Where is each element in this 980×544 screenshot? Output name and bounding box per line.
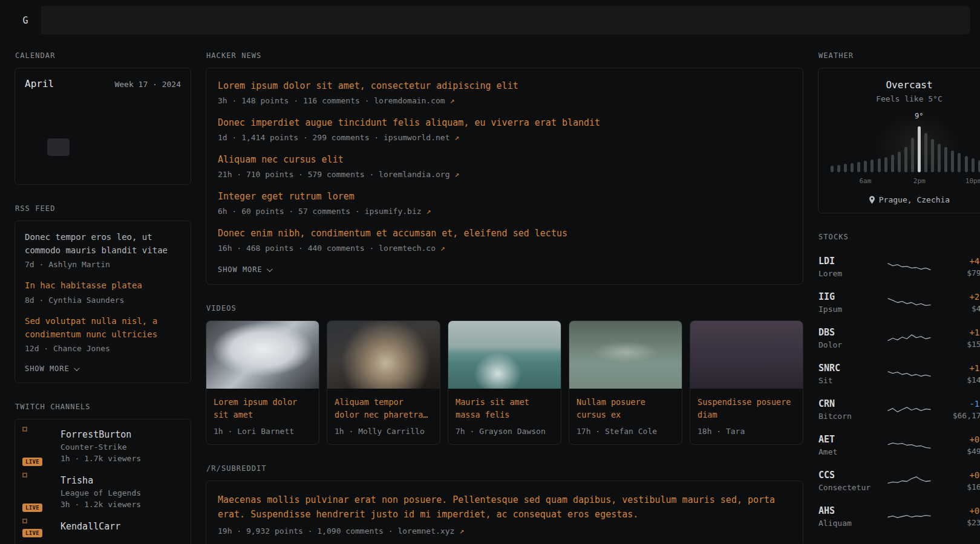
- live-badge: LIVE: [22, 529, 42, 537]
- stock-price: $148.64: [940, 375, 980, 384]
- hackernews-item-title[interactable]: Integer eget rutrum lorem: [218, 190, 791, 203]
- video-thumbnail[interactable]: [690, 321, 803, 389]
- video-title[interactable]: Nullam posuere cursus ex: [577, 396, 675, 421]
- weather-current-temp: 9°: [915, 112, 923, 120]
- video-meta: 1h · Molly Carrillo: [335, 427, 433, 436]
- stock-values: +1.42% $156.28: [940, 328, 980, 349]
- video-title[interactable]: Suspendisse posuere diam: [697, 396, 795, 421]
- hackernews-item: Aliquam nec cursus elit 21h · 710 points…: [218, 154, 791, 179]
- twitch-channel-name[interactable]: KendallCarr: [60, 521, 120, 532]
- weather-card: Overcast Feels like 5°C 9° 6am2pm10pm Pr…: [818, 68, 980, 213]
- hackernews-item-meta-text: 1d · 1,414 points · 299 comments · ipsum…: [218, 133, 454, 142]
- app-logo[interactable]: G: [10, 6, 41, 34]
- weather-bar: [918, 126, 921, 172]
- weather-bar: [972, 158, 975, 172]
- rss-item-title[interactable]: Donec tempor eros leo, ut commodo mauris…: [25, 231, 181, 257]
- stock-symbol: SNRC: [818, 363, 878, 374]
- rss-show-more-label: SHOW MORE: [25, 364, 70, 373]
- video-card[interactable]: Mauris sit amet massa felis 7h · Grayson…: [448, 320, 561, 445]
- stock-symbol: CRN: [818, 398, 878, 409]
- stock-symbol: LDI: [818, 256, 878, 267]
- video-thumbnail[interactable]: [569, 321, 682, 389]
- stock-name: Amet: [818, 447, 878, 456]
- video-thumbnail[interactable]: [448, 321, 561, 389]
- weather-bar: [904, 147, 907, 172]
- stock-row[interactable]: CRN Bitcorn -1.00% $66,171.48: [818, 392, 980, 427]
- stock-price: $231.10: [940, 518, 980, 527]
- hackernews-widget: HACKER NEWS Lorem ipsum dolor sit amet, …: [206, 51, 803, 285]
- external-link-icon[interactable]: ↗: [440, 244, 445, 253]
- stock-sparkline: [886, 331, 933, 346]
- calendar-month: April: [25, 78, 54, 89]
- stock-row[interactable]: IIG Ipsum +2.84% $42.04: [818, 285, 980, 320]
- hackernews-section-title: HACKER NEWS: [206, 51, 803, 60]
- stocks-widget: STOCKS LDI Lorem +4.35% $795.18: [818, 233, 980, 534]
- rss-widget: RSS FEED Donec tempor eros leo, ut commo…: [15, 204, 191, 383]
- external-link-icon[interactable]: ↗: [454, 133, 459, 142]
- weather-bar: [844, 164, 847, 172]
- calendar-day: [25, 120, 47, 137]
- stock-row[interactable]: DBS Dolor +1.42% $156.28: [818, 320, 980, 356]
- rss-item-title[interactable]: In hac habitasse platea: [25, 279, 181, 293]
- video-card[interactable]: Lorem ipsum dolor sit amet consectetu… 1…: [206, 320, 319, 445]
- weather-bar: [837, 165, 840, 172]
- weather-bar: [951, 151, 954, 172]
- subreddit-post-title[interactable]: Maecenas mollis pulvinar erat non posuer…: [218, 493, 791, 522]
- stock-price: $795.18: [940, 268, 980, 277]
- hackernews-item-meta: 3h · 148 points · 116 comments · loremdo…: [218, 96, 791, 105]
- weather-time-label: 6am: [859, 177, 871, 185]
- rss-item-title[interactable]: Sed volutpat nulla nisl, a condimentum n…: [25, 315, 181, 341]
- external-link-icon[interactable]: ↗: [450, 96, 455, 105]
- weather-time-labels: 6am2pm10pm: [828, 177, 980, 187]
- rss-item: Donec tempor eros leo, ut commodo mauris…: [25, 231, 181, 269]
- calendar-day: [92, 157, 114, 175]
- twitch-channel-row[interactable]: LIVE ForrestBurton Counter-Strike 1h · 1…: [25, 429, 181, 463]
- video-title[interactable]: Lorem ipsum dolor sit amet consectetu…: [214, 396, 312, 421]
- rss-show-more-button[interactable]: SHOW MORE: [25, 364, 78, 373]
- video-card[interactable]: Suspendisse posuere diam 18h · Tara: [690, 320, 803, 445]
- calendar-week-year: Week 17 · 2024: [114, 80, 181, 89]
- hackernews-item-meta: 6h · 60 points · 57 comments · ipsumify.…: [218, 207, 791, 216]
- twitch-channel-name[interactable]: Trisha: [60, 475, 141, 486]
- video-title[interactable]: Mauris sit amet massa felis: [456, 396, 554, 421]
- videos-section-title: VIDEOS: [206, 304, 803, 312]
- stock-values: +0.51% $165.84: [940, 470, 980, 491]
- stock-row[interactable]: AHS Aliquam +0.46% $231.10: [818, 499, 980, 534]
- subreddit-section-title: /R/SUBREDDIT: [206, 464, 803, 473]
- external-link-icon[interactable]: ↗: [426, 207, 431, 216]
- stock-row[interactable]: AET Amet +0.92% $499.72: [818, 427, 980, 463]
- calendar-section-title: CALENDAR: [15, 51, 191, 60]
- twitch-channel-row[interactable]: LIVE KendallCarr: [25, 521, 181, 534]
- calendar-day-header: [47, 97, 70, 112]
- stock-row[interactable]: CCS Consectetur +0.51% $165.84: [818, 463, 980, 499]
- video-card[interactable]: Nullam posuere cursus ex 17h · Stefan Co…: [569, 320, 682, 445]
- twitch-avatar-wrap: LIVE: [25, 429, 51, 463]
- video-thumbnail[interactable]: [206, 321, 319, 389]
- video-card[interactable]: Aliquam tempor dolor nec pharetra… 1h · …: [327, 320, 440, 445]
- external-link-icon[interactable]: ↗: [459, 526, 464, 536]
- hackernews-item-meta: 21h · 710 points · 579 comments · loreml…: [218, 170, 791, 179]
- stock-values: -1.00% $66,171.48: [940, 399, 980, 420]
- hackernews-show-more-button[interactable]: SHOW MORE: [218, 265, 271, 274]
- weather-time-label: 2pm: [913, 177, 926, 185]
- rss-item-meta: 12d · Chance Jones: [25, 344, 181, 353]
- stock-name: Lorem: [818, 269, 878, 278]
- stock-row[interactable]: LDI Lorem +4.35% $795.18: [818, 249, 980, 285]
- twitch-channel-name[interactable]: ForrestBurton: [60, 429, 141, 440]
- hackernews-item-title[interactable]: Donec enim nibh, condimentum et accumsan…: [218, 227, 791, 240]
- twitch-channel-meta: 3h · 1.2k viewers: [60, 500, 141, 509]
- calendar-day: [70, 138, 92, 156]
- video-title[interactable]: Aliquam tempor dolor nec pharetra…: [335, 396, 433, 421]
- external-link-icon[interactable]: ↗: [454, 170, 459, 179]
- calendar-day: [47, 157, 70, 175]
- twitch-channel-row[interactable]: LIVE Trisha League of Legends 3h · 1.2k …: [25, 475, 181, 509]
- video-thumbnail[interactable]: [327, 321, 440, 389]
- weather-bar: [878, 158, 881, 172]
- stocks-list: LDI Lorem +4.35% $795.18 IIG Ipsum: [818, 249, 980, 534]
- hackernews-item-meta-text: 16h · 468 points · 440 comments · loremt…: [218, 244, 440, 253]
- stock-price: $165.84: [940, 482, 980, 491]
- hackernews-item-title[interactable]: Donec imperdiet augue tincidunt felis al…: [218, 117, 791, 129]
- stock-row[interactable]: SNRC Sit +1.36% $148.64: [818, 356, 980, 392]
- hackernews-item-title[interactable]: Aliquam nec cursus elit: [218, 154, 791, 166]
- hackernews-item-title[interactable]: Lorem ipsum dolor sit amet, consectetur …: [218, 80, 791, 92]
